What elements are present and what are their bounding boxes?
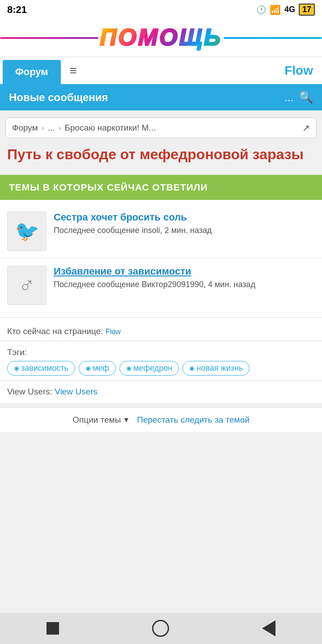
topic-meta: Последнее сообщение insoli, 2 мин. назад [54,226,212,235]
online-prefix: Кто сейчас на странице: [7,326,106,336]
topic-meta: Последнее сообщение Виктор29091990, 4 ми… [54,280,255,289]
tag-item[interactable]: ◉ новая жизнь [182,361,250,376]
bottom-nav [0,613,322,644]
site-logo: ПОМОЩЬ [100,24,222,51]
avatar: 🐦 [7,212,47,251]
tag-item[interactable]: ◉ мефедрон [119,361,179,376]
stop-button[interactable] [47,622,59,635]
signal-icon: 📶 [270,4,281,15]
breadcrumb-forum[interactable]: Форум [12,123,38,133]
time-display: 8:21 [7,4,27,16]
avatar-image: 🐦 [15,220,39,243]
topic-title[interactable]: Избавление от зависимости [54,266,255,277]
blue-bar: Новые сообщения ... 🔍 [0,84,322,110]
breadcrumb: Форум › ... › Бросаю наркотики! М... ↗ [5,118,317,138]
breadcrumb-ellipsis[interactable]: ... [48,123,55,133]
tags-row: ◉ зависимость ◉ меф ◉ мефедрон ◉ новая ж… [7,361,315,376]
tag-icon: ◉ [126,364,131,372]
home-button[interactable] [152,620,169,637]
section-header: ТЕМЫ В КОТОРЫХ СЕЙЧАС ОТВЕТИЛИ [0,175,322,200]
topic-title[interactable]: Сестра хочет бросить соль [54,212,212,223]
view-users-link[interactable]: View Users [55,387,97,396]
topic-list: 🐦 Сестра хочет бросить соль Последнее со… [0,200,322,317]
new-messages-title: Новые сообщения [9,91,279,104]
online-section: Кто сейчас на странице: Flow [0,317,322,341]
breadcrumb-current: Бросаю наркотики! М... [65,123,156,133]
avatar-image: ♂ [18,272,35,298]
battery-icon: 17 [299,4,315,16]
online-user-link[interactable]: Flow [106,328,121,335]
stop-following-link[interactable]: Перестать следить за темой [137,415,250,425]
view-users-section: View Users: View Users [0,380,322,403]
list-item: ♂ Избавление от зависимости Последнее со… [0,258,322,313]
page-title: Путь к свободе от мефедроновой заразы [7,145,315,164]
avatar: ♂ [7,266,47,305]
breadcrumb-sep-2: › [59,123,61,133]
back-button[interactable] [262,620,275,636]
alarm-icon: 🕐 [256,5,266,15]
forum-button[interactable]: Форум [3,60,61,84]
logo-area: ПОМОЩЬ [0,19,322,57]
tag-item[interactable]: ◉ меф [79,361,116,376]
network-label: 4G [284,5,295,14]
view-users-label: View Users: [7,387,55,396]
flow-link[interactable]: Flow [284,64,322,78]
tag-item[interactable]: ◉ зависимость [7,361,75,376]
breadcrumb-sep-1: › [42,123,44,133]
tag-icon: ◉ [14,364,19,372]
external-link-icon[interactable]: ↗ [302,123,310,133]
tags-section: Тэги: ◉ зависимость ◉ меф ◉ мефедрон ◉ н… [0,341,322,380]
options-bar: Опции темы ▼ Перестать следить за темой [0,407,322,432]
tag-icon: ◉ [85,364,91,372]
status-bar: 8:21 🕐 📶 4G 17 [0,0,322,19]
more-dots[interactable]: ... [284,91,293,104]
topic-content: Избавление от зависимости Последнее сооб… [54,266,255,289]
topic-content: Сестра хочет бросить соль Последнее сооб… [54,212,212,235]
list-item: 🐦 Сестра хочет бросить соль Последнее со… [0,204,322,258]
menu-icon[interactable]: ≡ [70,64,77,78]
status-icons: 🕐 📶 4G 17 [256,4,315,16]
tag-icon: ◉ [189,364,195,372]
nav-bar: Форум ≡ Flow [0,57,322,84]
search-icon[interactable]: 🔍 [299,90,313,104]
dropdown-icon[interactable]: ▼ [123,416,130,424]
options-label: Опции темы ▼ [72,415,130,425]
tags-label: Тэги: [7,347,315,357]
